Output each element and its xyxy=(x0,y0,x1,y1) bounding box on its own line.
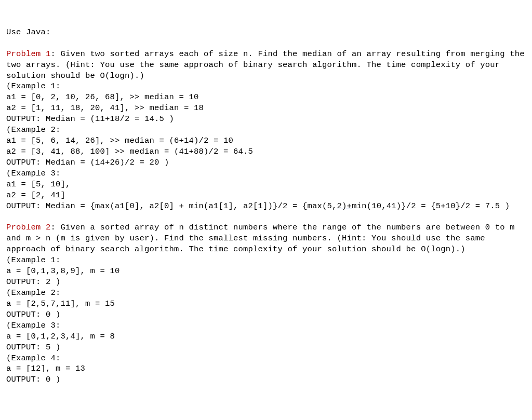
p2-ex1-a: a = [0,1,3,8,9], m = 10 xyxy=(6,266,120,276)
problem-1-description: : Given two sorted arrays each of size n… xyxy=(6,49,529,80)
p2-ex3-output: OUTPUT: 5 ) xyxy=(6,343,61,352)
problem-2-description: : Given a sorted array of n distinct num… xyxy=(6,223,520,254)
p1-ex3-output-prefix: OUTPUT: Median = {max(a1[0], a2[0] + min… xyxy=(6,201,337,211)
p1-ex2-a2: a2 = [3, 41, 88, 100] >> median = (41+88… xyxy=(6,147,253,156)
p2-ex2-label: (Example 2: xyxy=(6,288,61,297)
p2-ex2-output: OUTPUT: 0 ) xyxy=(6,310,61,319)
p1-ex2-a1: a1 = [5, 6, 14, 26], >> median = (6+14)/… xyxy=(6,136,233,145)
intro-text: Use Java: xyxy=(6,28,51,37)
p2-ex4-a: a = [12], m = 13 xyxy=(6,364,85,373)
p1-ex1-a2: a2 = [1, 11, 18, 20, 41], >> median = 18 xyxy=(6,103,204,113)
p1-ex2-output: OUTPUT: Median = (14+26)/2 = 20 ) xyxy=(6,158,169,167)
p2-ex4-output: OUTPUT: 0 ) xyxy=(6,375,61,384)
problem-1-heading: Problem 1 xyxy=(6,49,51,59)
p1-ex1-a1: a1 = [0, 2, 10, 26, 68], >> median = 10 xyxy=(6,92,199,102)
p1-ex3-output-underlined: 2)+ xyxy=(337,201,352,211)
p2-ex2-a: a = [2,5,7,11], m = 15 xyxy=(6,299,115,308)
p2-ex3-label: (Example 3: xyxy=(6,321,61,330)
problem-2-heading: Problem 2 xyxy=(6,223,51,232)
p1-ex2-label: (Example 2: xyxy=(6,125,61,134)
p2-ex1-output: OUTPUT: 2 ) xyxy=(6,277,61,287)
p1-ex3-output-suffix: min(10,41)}/2 = {5+10}/2 = 7.5 ) xyxy=(352,201,510,211)
p1-ex3-a1: a1 = [5, 10], xyxy=(6,180,71,189)
p2-ex4-label: (Example 4: xyxy=(6,354,61,363)
p2-ex3-a: a = [0,1,2,3,4], m = 8 xyxy=(6,332,115,341)
p2-ex1-label: (Example 1: xyxy=(6,255,61,265)
p1-ex3-a2: a2 = [2, 41] xyxy=(6,191,65,200)
p1-ex3-label: (Example 3: xyxy=(6,169,61,178)
p1-ex1-label: (Example 1: xyxy=(6,82,61,91)
p1-ex1-output: OUTPUT: Median = (11+18/2 = 14.5 ) xyxy=(6,114,174,124)
